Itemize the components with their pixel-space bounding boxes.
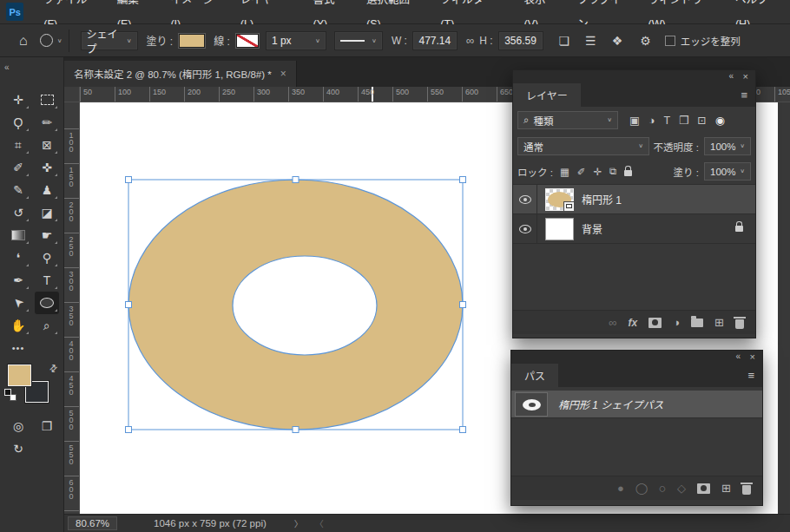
- panel-menu-icon[interactable]: ≡: [741, 89, 755, 102]
- filter-smart-object-icon[interactable]: ⊡: [697, 114, 706, 127]
- default-colors-icon[interactable]: [4, 389, 16, 401]
- tab-paths[interactable]: パス: [511, 364, 558, 387]
- add-mask-icon[interactable]: [697, 483, 710, 494]
- swap-colors-icon[interactable]: ⇄: [47, 362, 61, 376]
- tool-mode-select[interactable]: シェイプ ∨: [81, 31, 138, 50]
- handle-bottom-right[interactable]: [460, 427, 466, 433]
- path-arrangement-icon[interactable]: ❖: [612, 34, 623, 48]
- close-icon[interactable]: ×: [750, 351, 755, 362]
- lock-all-icon[interactable]: [624, 170, 632, 176]
- handle-mid-right[interactable]: [460, 302, 466, 308]
- document-tab[interactable]: 名称未設定 2 @ 80.7% (楕円形 1, RGB/8#) * ×: [64, 61, 297, 87]
- layer-style-icon[interactable]: fx: [629, 317, 638, 329]
- brush-tool[interactable]: ✎: [6, 179, 30, 201]
- layer-thumbnail[interactable]: [545, 218, 574, 240]
- filter-shape-icon[interactable]: ❒: [679, 114, 688, 127]
- blur-tool[interactable]: ❛: [6, 246, 30, 269]
- panel-menu-icon[interactable]: ≡: [747, 369, 762, 382]
- new-group-icon[interactable]: [691, 319, 703, 327]
- type-tool[interactable]: T: [35, 269, 59, 292]
- gear-icon[interactable]: ⚙: [640, 34, 651, 48]
- zoom-level-input[interactable]: 80.67%: [68, 516, 117, 530]
- lasso-tool[interactable]: Ϙ: [6, 111, 30, 134]
- align-edges-checkbox[interactable]: [665, 36, 675, 46]
- delete-layer-icon[interactable]: [735, 319, 744, 329]
- lock-position-icon[interactable]: ✛: [593, 166, 602, 178]
- zoom-tool[interactable]: ⌕: [35, 314, 59, 337]
- fill-opacity-select[interactable]: 100% ∨: [704, 162, 751, 181]
- opacity-select[interactable]: 100% ∨: [704, 137, 751, 155]
- fill-color-swatch[interactable]: [179, 34, 205, 48]
- tab-layers[interactable]: レイヤー: [513, 83, 581, 107]
- visibility-toggle[interactable]: [513, 185, 537, 213]
- link-layers-icon[interactable]: ∞: [609, 316, 616, 329]
- new-path-icon[interactable]: ⊞: [721, 482, 731, 495]
- make-work-path-icon[interactable]: ◇: [677, 482, 686, 495]
- quick-selection-tool[interactable]: ✏: [35, 111, 59, 134]
- link-dimensions-icon[interactable]: ∞: [466, 34, 474, 47]
- crop-tool[interactable]: ⌗: [6, 134, 30, 156]
- filter-pin-icon[interactable]: ◉: [715, 114, 725, 127]
- tool-preset-picker[interactable]: ∨: [40, 34, 63, 47]
- filter-adjustment-icon[interactable]: ◑: [648, 115, 655, 127]
- collapse-panel-icon[interactable]: «: [728, 71, 733, 81]
- filter-type-icon[interactable]: T: [663, 115, 670, 127]
- path-selection-tool[interactable]: ➤: [6, 292, 30, 314]
- path-name[interactable]: 楕円形 1 シェイプパス: [558, 397, 663, 411]
- shape-width-input[interactable]: 477.14: [412, 31, 458, 50]
- layer-name[interactable]: 楕円形 1: [582, 192, 622, 207]
- eraser-tool[interactable]: ◪: [35, 201, 59, 224]
- add-layer-mask-icon[interactable]: [648, 318, 662, 328]
- dodge-tool[interactable]: ⚲: [35, 246, 59, 269]
- stroke-color-swatch[interactable]: [236, 34, 259, 48]
- ruler-corner[interactable]: [64, 87, 80, 102]
- layer-row-background[interactable]: 背景: [513, 214, 755, 244]
- toolbar-collapse-icon[interactable]: «: [4, 62, 9, 72]
- layer-thumbnail[interactable]: [545, 188, 574, 211]
- shape-height-input[interactable]: 356.59: [498, 31, 543, 50]
- pen-tool[interactable]: ✒: [6, 269, 30, 292]
- layer-name[interactable]: 背景: [582, 221, 602, 236]
- adjustment-layer-icon[interactable]: ◑: [673, 316, 680, 329]
- clone-stamp-tool[interactable]: ♟: [35, 179, 59, 201]
- handle-bottom-left[interactable]: [126, 427, 132, 433]
- delete-path-icon[interactable]: [742, 485, 751, 495]
- rectangular-marquee-tool[interactable]: [35, 89, 59, 111]
- new-layer-icon[interactable]: ⊞: [714, 316, 724, 329]
- filter-image-icon[interactable]: ▣: [629, 114, 640, 127]
- status-collapse-icon[interactable]: 〈: [315, 517, 324, 530]
- layer-row-ellipse[interactable]: 楕円形 1: [513, 185, 755, 214]
- history-brush-tool[interactable]: ↺: [6, 201, 30, 224]
- ellipse-tool[interactable]: [35, 292, 59, 314]
- ellipse-donut-shape[interactable]: [128, 180, 463, 430]
- layer-filter-select[interactable]: ⌕ 種類 ∨: [517, 111, 618, 129]
- close-icon[interactable]: ×: [280, 68, 286, 80]
- edit-toolbar-button[interactable]: •••: [6, 337, 30, 359]
- path-operations-icon[interactable]: ❏: [559, 34, 570, 48]
- quick-mask-button[interactable]: ◎: [6, 415, 30, 437]
- move-tool[interactable]: ✛: [6, 89, 30, 111]
- smudge-tool[interactable]: ☛: [35, 224, 59, 246]
- frame-tool[interactable]: ⊠: [35, 134, 59, 156]
- fill-path-icon[interactable]: ●: [617, 482, 624, 495]
- visibility-toggle[interactable]: [513, 214, 537, 243]
- stroke-style-select[interactable]: ∨: [334, 31, 383, 50]
- path-thumbnail[interactable]: [515, 392, 548, 417]
- load-path-as-selection-icon[interactable]: ◌: [659, 482, 666, 495]
- handle-top-left[interactable]: [126, 177, 132, 183]
- stroke-path-icon[interactable]: ◯: [635, 482, 648, 495]
- close-icon[interactable]: ×: [743, 71, 748, 82]
- lock-transparency-icon[interactable]: ▦: [560, 166, 569, 178]
- home-icon[interactable]: ⌂: [19, 33, 28, 49]
- healing-brush-tool[interactable]: ✜: [35, 156, 59, 179]
- gradient-tool[interactable]: [6, 224, 30, 246]
- handle-mid-left[interactable]: [126, 302, 132, 308]
- eyedropper-tool[interactable]: ✐: [6, 156, 30, 179]
- handle-top-center[interactable]: [293, 177, 299, 183]
- foreground-color-swatch[interactable]: [8, 365, 31, 386]
- collapse-panel-icon[interactable]: «: [735, 351, 740, 361]
- screen-mode-button[interactable]: ❐: [35, 415, 59, 437]
- rotate-view-button[interactable]: ↻: [6, 437, 30, 460]
- path-alignment-icon[interactable]: ☰: [585, 34, 596, 48]
- path-row-shape-path[interactable]: 楕円形 1 シェイプパス: [511, 391, 762, 418]
